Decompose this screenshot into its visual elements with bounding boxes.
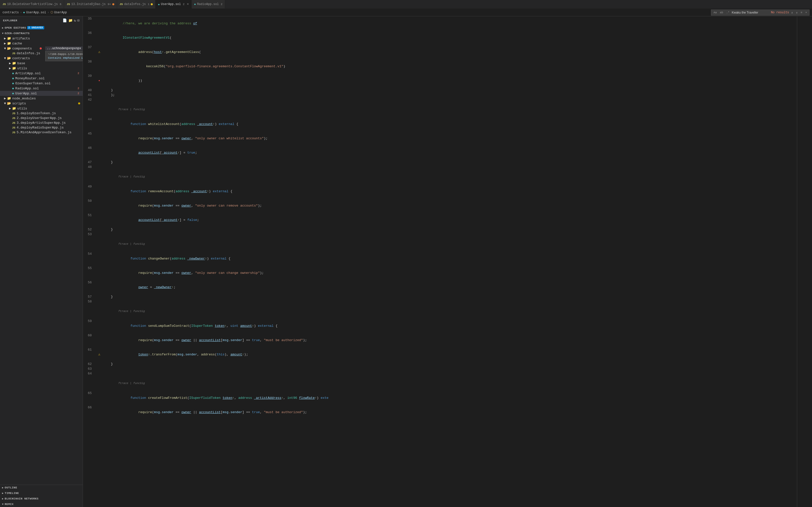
search-next-icon[interactable]: ∨	[795, 11, 799, 14]
line-number: 56	[83, 280, 97, 294]
project-title[interactable]: ▼ OZEN-CONTRACTS	[0, 31, 83, 36]
sidebar-item-utils-contracts[interactable]: ▶ 📁 utils	[0, 66, 83, 71]
line-gutter	[97, 165, 102, 169]
code-line-49: 49 function removeAccount(address _accou…	[83, 184, 797, 199]
js-file-icon: JS	[12, 131, 15, 134]
line-content: );	[102, 93, 797, 97]
line-gutter	[97, 319, 102, 333]
new-file-icon[interactable]: 📄	[62, 18, 67, 22]
hint-content: ftrace | funcSig	[102, 304, 797, 319]
open-editors-section: ▶ OPEN EDITORS 2 UNSAVED	[0, 24, 83, 31]
sidebar-item-userapp[interactable]: ◆ UserApp.sol 2	[0, 91, 83, 96]
tree-item-label: node_modules	[12, 97, 83, 100]
line-number: 64	[83, 371, 97, 376]
tab-badge: 6	[60, 3, 61, 6]
hint-content: ftrace | funcSig	[102, 102, 797, 117]
remix-label: REMIX	[5, 503, 14, 506]
line-number: 59	[83, 319, 97, 333]
search-regex-icon[interactable]: .*	[725, 11, 730, 14]
line-number	[83, 169, 97, 184]
line-gutter	[97, 131, 102, 146]
sidebar-item-artifacts[interactable]: ▶ 📁 artifacts	[0, 36, 83, 41]
tree-item-label: 5.MintAndApproveOzenToken.js	[16, 130, 83, 134]
tree-item-label: MoneyRouter.sol	[15, 76, 83, 80]
code-line-60: 60 require(msg.sender == owner || accoun…	[83, 333, 797, 347]
line-number: 50	[83, 199, 97, 213]
sidebar-item-utils-scripts[interactable]: ▶ 📁 utils	[0, 106, 83, 111]
code-line-64: 64	[83, 371, 797, 376]
sidebar-item-components[interactable]: ▼ 📂 components ...uchnodenpxnpxnpx ~/108…	[0, 46, 83, 51]
search-ab-icon[interactable]: ab	[719, 11, 724, 14]
search-input[interactable]: Kwaku the Traveller	[732, 11, 769, 14]
error-badge: 2	[77, 92, 80, 95]
search-aa-icon[interactable]: Aa	[713, 11, 717, 14]
remix-section[interactable]: ▼ REMIX	[0, 502, 83, 507]
sidebar-item-deploy2[interactable]: JS 2.deployUserSuperApp.js	[0, 116, 83, 120]
line-number: 66	[83, 405, 97, 419]
search-menu-icon[interactable]: ≡	[800, 11, 803, 14]
open-editors-title[interactable]: ▶ OPEN EDITORS 2 UNSAVED	[0, 25, 83, 31]
tab-13-initiate[interactable]: JS 13.InitiateDjDao.js 9+	[64, 0, 117, 8]
unsaved-dot	[112, 3, 114, 5]
line-gutter	[97, 88, 102, 93]
line-gutter: ●	[97, 73, 102, 88]
code-editor[interactable]: 35 //here, we are deriving the address o…	[83, 16, 797, 507]
sidebar-item-ozensupertoken[interactable]: ◆ OzenSuperToken.sol	[0, 81, 83, 86]
line-gutter	[97, 376, 102, 391]
chevron-right-icon: ▶	[9, 61, 11, 65]
sidebar-item-deploy5[interactable]: JS 5.MintAndApproveOzenToken.js	[0, 130, 83, 135]
sidebar-item-cache[interactable]: ▶ 📁 cache	[0, 41, 83, 46]
line-gutter	[97, 266, 102, 280]
search-prev-icon[interactable]: ∧	[791, 11, 794, 14]
tab-datainfos[interactable]: JS dataInfos.js 1	[117, 0, 155, 8]
tab-userapp[interactable]: ◆ UserApp.sol 2 ×	[155, 0, 192, 8]
line-gutter	[97, 371, 102, 376]
blockchain-section[interactable]: ▶ BLOCKCHAIN NETWORKS	[0, 496, 83, 502]
breadcrumb-userapp-sol[interactable]: UserApp.sol	[26, 11, 46, 14]
sidebar-item-deploy1[interactable]: JS 1.deployOzenToken.js	[0, 111, 83, 116]
sidebar-item-node-modules[interactable]: ▶ 📁 node_modules	[0, 96, 83, 101]
line-gutter	[97, 299, 102, 304]
folder-open-icon: 📂	[7, 101, 11, 105]
breadcrumb-sep1: ›	[20, 11, 22, 14]
tree-item-label: components	[12, 47, 40, 50]
line-content: address(host↑.getAgreementClass(	[102, 45, 797, 59]
sidebar-item-radioapp[interactable]: ◆ RadioApp.sol 2	[0, 86, 83, 91]
breadcrumb: contracts › ◆ UserApp.sol › ⬡ UserApp Aa…	[0, 9, 812, 16]
new-folder-icon[interactable]: 📁	[68, 18, 73, 22]
tree-item-label: 4.deployRadioSuperApp.js	[16, 126, 83, 129]
line-gutter	[97, 59, 102, 73]
breadcrumb-contracts[interactable]: contracts	[2, 11, 19, 14]
sidebar-item-deploy3[interactable]: JS 3.deployArtistSuperApp.js	[0, 120, 83, 125]
js-file-icon: JS	[12, 121, 15, 124]
tab-close-button[interactable]: ×	[187, 2, 189, 6]
search-close-icon[interactable]: ×	[805, 11, 808, 14]
sidebar-item-artistapp[interactable]: ◆ ArtistApp.sol 2	[0, 71, 83, 76]
line-gutter	[97, 97, 102, 102]
line-content: function removeAccount(address _account↑…	[102, 184, 797, 199]
outline-section[interactable]: ▶ OUTLINE	[0, 485, 83, 491]
sidebar-item-moneyrouter[interactable]: ◆ MoneyRouter.sol	[0, 76, 83, 81]
sidebar-header-icons: 📄 📁 ↻ ⊟	[62, 18, 80, 22]
code-line-37: 37 ⚠ address(host↑.getAgreementClass(	[83, 45, 797, 59]
breadcrumb-sep2: ›	[47, 11, 49, 14]
sidebar-item-deploy4[interactable]: JS 4.deployRadioSuperApp.js	[0, 125, 83, 130]
collapse-icon[interactable]: ⊟	[78, 18, 80, 22]
refresh-icon[interactable]: ↻	[74, 18, 76, 22]
tab-badge: 1	[148, 3, 150, 6]
tab-radioapp[interactable]: ◆ RadioApp.sol 2	[192, 0, 225, 8]
tree-item-label: base	[17, 61, 83, 65]
sidebar-item-base[interactable]: ▶ 📁 base	[0, 61, 83, 66]
hint-content: ftrace | funcSig	[102, 237, 797, 251]
code-line-59: 59 function sendLumpSumToContract(ISuper…	[83, 319, 797, 333]
highlighted-path: ...uchnodenpxnpxnpx	[45, 46, 83, 50]
chevron-right-icon: ▶	[9, 106, 11, 110]
tree-item-label: 2.deployUserSuperApp.js	[16, 116, 83, 120]
sidebar-item-scripts[interactable]: ▼ 📂 scripts	[0, 101, 83, 106]
error-badge: 2	[77, 87, 80, 90]
line-gutter	[97, 16, 102, 31]
tab-10-delete[interactable]: JS 10.DeleteUserToArtistFlow.js 6	[0, 0, 64, 8]
timeline-section[interactable]: ▶ TIMELINE	[0, 491, 83, 496]
line-content: ))	[102, 73, 797, 88]
breadcrumb-userapp-class[interactable]: UserApp	[54, 11, 67, 14]
